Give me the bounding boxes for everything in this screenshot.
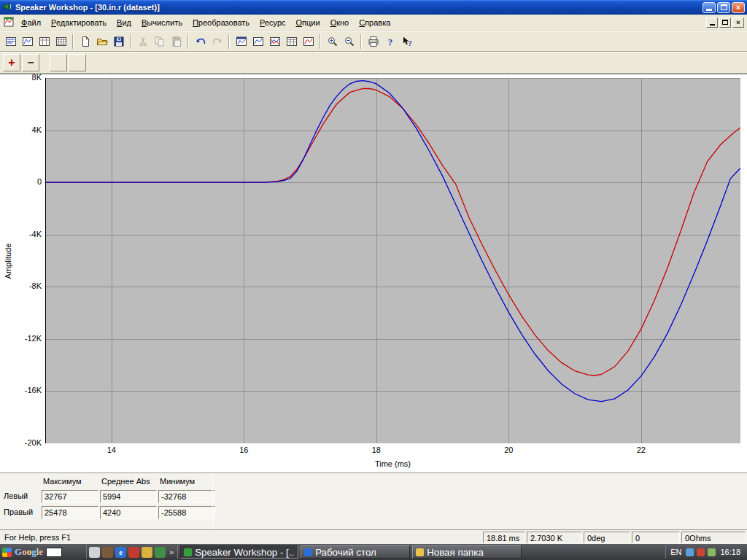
quick-launch-gauge-icon[interactable] <box>102 547 113 558</box>
tray-antivirus-icon[interactable] <box>697 548 705 556</box>
menu-item-опции[interactable]: Опции <box>291 15 325 30</box>
copy-button[interactable] <box>151 34 168 50</box>
dataset-toolbar: +− <box>0 52 747 74</box>
paste-button[interactable] <box>168 34 185 50</box>
chart-overlay-button[interactable] <box>266 34 283 50</box>
task-new-folder[interactable]: Новая папка <box>412 545 522 559</box>
clock[interactable]: 16:18 <box>720 548 740 556</box>
taskbar: Google e» Speaker Workshop - [...Рабочий… <box>0 544 747 560</box>
task-button-label: Новая папка <box>427 547 484 558</box>
task-desktop[interactable]: Рабочий стол <box>301 545 410 559</box>
quick-launch-document-icon[interactable] <box>89 547 100 558</box>
menu-item-вычислить[interactable]: Вычислить <box>136 15 187 30</box>
print-button[interactable] <box>365 34 382 50</box>
application-window: Speaker Workshop - [30.in.r (dataset)] ×… <box>0 0 747 560</box>
cut-button[interactable] <box>134 34 151 50</box>
new-chart-window-button[interactable] <box>233 34 249 50</box>
chart-blue-button[interactable] <box>249 34 266 50</box>
task-button-label: Speaker Workshop - [... <box>195 547 295 558</box>
toolbar-separator <box>320 34 321 49</box>
undo-button[interactable] <box>192 34 209 50</box>
help-button[interactable]: ? <box>382 34 398 50</box>
mdi-minimize-button[interactable] <box>706 18 718 28</box>
y-tick-label: -4K <box>0 230 42 238</box>
language-indicator[interactable]: EN <box>670 548 681 556</box>
toolbar-separator <box>228 34 230 49</box>
tray-volume-icon[interactable] <box>708 548 716 556</box>
stats-value-cell: 25478 <box>42 506 98 519</box>
table-view-button[interactable] <box>36 34 53 50</box>
task-buttons: Speaker Workshop - [...Рабочий столНовая… <box>180 545 522 559</box>
quick-launch-security-icon[interactable] <box>155 547 166 558</box>
status-field: 2.7030 K <box>527 532 582 543</box>
status-field: 0Ohms <box>681 532 746 543</box>
task-speaker-workshop-icon <box>184 548 192 556</box>
toolbar-separator <box>360 34 362 49</box>
status-field: 0deg <box>584 532 630 543</box>
open-button[interactable] <box>93 34 110 50</box>
grid-view-button[interactable] <box>53 34 69 50</box>
y-tick-label: -8K <box>0 281 42 290</box>
y-tick-label: -12K <box>0 334 42 343</box>
menu-item-преобразовать[interactable]: Преобразовать <box>187 15 255 30</box>
document-icon[interactable] <box>1 17 16 28</box>
minimize-button[interactable] <box>703 2 716 13</box>
redo-button[interactable] <box>209 34 225 50</box>
statistics-panel: МаксимумСреднее AbsМинимумЛевый327675994… <box>0 472 747 529</box>
menu-item-окно[interactable]: Окно <box>325 15 355 30</box>
google-deskbar[interactable]: Google <box>2 546 84 558</box>
y-tick-label: 0 <box>0 177 42 186</box>
toolbar-separator <box>187 34 189 49</box>
toolbar-separator <box>72 34 74 49</box>
stats-value-cell: 32767 <box>42 490 98 503</box>
chart-red-button[interactable] <box>300 34 317 50</box>
quick-launch-overflow-chevron[interactable]: » <box>168 548 175 556</box>
close-button[interactable]: × <box>732 2 745 13</box>
statistics-table: МаксимумСреднее AbsМинимумЛевый327675994… <box>0 473 747 519</box>
system-tray: EN 16:18 <box>665 545 745 559</box>
menu-item-файл[interactable]: Файл <box>16 15 46 30</box>
context-help-button[interactable]: ? <box>398 34 415 50</box>
window-title: Speaker Workshop - [30.in.r (dataset)] <box>15 3 700 12</box>
data-sheet-button[interactable] <box>283 34 300 50</box>
mdi-close-button[interactable]: × <box>732 18 744 28</box>
new-button[interactable] <box>77 34 93 50</box>
x-axis-title: Time (ms) <box>45 459 740 468</box>
status-field: 18.81 ms <box>483 532 525 543</box>
y-tick-label: -16K <box>0 386 42 394</box>
quick-launch-ie-icon[interactable]: e <box>115 547 126 558</box>
blank-button-2 <box>69 54 86 71</box>
y-tick-label: 4K <box>0 125 42 134</box>
task-speaker-workshop[interactable]: Speaker Workshop - [... <box>180 545 298 559</box>
zoom-in-button[interactable] <box>324 34 341 50</box>
zoom-out-button[interactable] <box>341 34 357 50</box>
plot-area[interactable] <box>45 78 740 443</box>
x-tick-label: 14 <box>96 446 128 454</box>
menu-item-редактировать[interactable]: Редактировать <box>46 15 112 30</box>
maximize-button[interactable] <box>717 2 730 13</box>
menu-bar-items: ФайлРедактироватьВидВычислитьПреобразова… <box>16 15 706 30</box>
quick-launch-keys-icon[interactable] <box>142 547 152 558</box>
mdi-restore-button[interactable] <box>719 18 731 28</box>
google-search-input[interactable] <box>46 548 62 557</box>
x-tick-label: 18 <box>360 446 392 454</box>
stats-value-cell: 5994 <box>100 490 157 503</box>
quick-launch-player-icon[interactable] <box>128 547 139 558</box>
tray-display-icon[interactable] <box>686 548 694 556</box>
stats-column-header: Минимум <box>158 477 215 487</box>
menu-item-ресурс[interactable]: Ресурс <box>255 15 290 30</box>
add-dataset-button[interactable]: + <box>3 54 20 71</box>
notes-view-button[interactable] <box>2 34 19 50</box>
stats-column-header: Среднее Abs <box>100 477 157 487</box>
stats-value-cell: 4240 <box>100 506 157 519</box>
google-grid-icon <box>2 548 12 557</box>
stats-row-label: Левый <box>4 490 40 503</box>
chart-view-button[interactable] <box>19 34 36 50</box>
menu-item-справка[interactable]: Справка <box>354 15 395 30</box>
save-button[interactable] <box>110 34 127 50</box>
status-bar: For Help, press F1 18.81 ms2.7030 K0deg0… <box>0 529 747 544</box>
stats-value-cell: -32768 <box>158 490 215 503</box>
y-tick-label: 8K <box>0 73 42 82</box>
menu-item-вид[interactable]: Вид <box>112 15 136 30</box>
remove-dataset-button[interactable]: − <box>22 54 39 71</box>
